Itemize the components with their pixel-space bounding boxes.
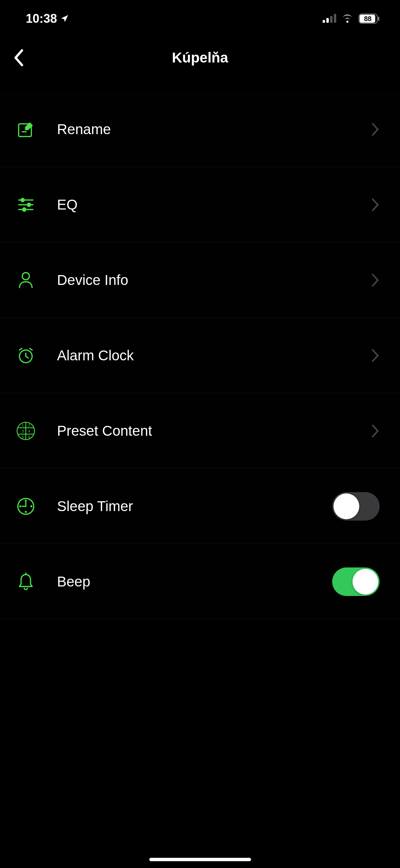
svg-text:6: 6 (28, 435, 30, 439)
alarm-clock-icon (16, 346, 45, 365)
svg-text:2: 2 (28, 423, 30, 427)
toggle-knob (334, 493, 359, 519)
row-trailing (371, 424, 380, 438)
svg-point-13 (27, 203, 31, 206)
chevron-right-icon (371, 273, 380, 287)
svg-line-19 (26, 356, 28, 358)
svg-point-16 (22, 272, 30, 279)
row-alarm-clock[interactable]: Alarm Clock (0, 318, 400, 393)
svg-rect-3 (334, 14, 336, 23)
svg-text:88: 88 (364, 15, 372, 22)
home-indicator[interactable] (149, 858, 251, 861)
toggle-knob (353, 569, 378, 595)
status-bar: 10:38 88 (0, 0, 400, 37)
row-rename[interactable]: Rename (0, 92, 400, 167)
row-device-info[interactable]: Device Info (0, 242, 400, 318)
row-label: EQ (57, 197, 371, 213)
nav-header: Kúpelňa (0, 37, 400, 78)
row-trailing (371, 273, 380, 287)
row-label: Preset Content (57, 423, 371, 439)
row-eq[interactable]: EQ (0, 167, 400, 242)
row-trailing (332, 492, 380, 521)
beep-toggle[interactable] (332, 567, 380, 596)
row-trailing (371, 122, 380, 137)
row-sleep-timer: Sleep Timer (0, 469, 400, 544)
status-time-area: 10:38 (26, 12, 69, 26)
row-label: Beep (57, 574, 332, 590)
cellular-icon (323, 13, 336, 24)
battery-indicator: 88 (359, 14, 380, 24)
svg-rect-1 (326, 18, 329, 23)
svg-point-15 (23, 208, 26, 211)
user-icon (16, 271, 45, 290)
page-title: Kúpelňa (172, 50, 228, 66)
row-trailing (371, 348, 380, 363)
sleep-timer-toggle[interactable] (332, 492, 380, 521)
svg-point-38 (20, 506, 21, 506)
svg-rect-2 (330, 16, 332, 23)
row-preset-content[interactable]: 1 2 3 4 5 6 Preset Content (0, 393, 400, 469)
chevron-right-icon (371, 122, 380, 137)
status-indicators: 88 (323, 13, 380, 24)
settings-list: Rename EQ Dev (0, 92, 400, 619)
row-label: Alarm Clock (57, 347, 371, 364)
row-label: Device Info (57, 272, 371, 288)
svg-text:1: 1 (22, 423, 24, 427)
svg-text:3: 3 (22, 429, 24, 433)
row-trailing (371, 198, 380, 212)
preset-grid-icon: 1 2 3 4 5 6 (16, 421, 45, 440)
svg-text:4: 4 (28, 429, 30, 433)
row-beep: Beep (0, 544, 400, 619)
back-button[interactable] (8, 48, 28, 68)
svg-point-36 (31, 506, 32, 506)
wifi-icon (341, 13, 354, 24)
location-icon (60, 12, 69, 26)
svg-line-20 (19, 348, 22, 350)
chevron-right-icon (371, 198, 380, 212)
svg-text:5: 5 (22, 435, 24, 439)
chevron-right-icon (371, 348, 380, 363)
svg-point-37 (25, 511, 26, 512)
svg-rect-6 (378, 17, 379, 21)
row-label: Sleep Timer (57, 498, 332, 514)
rename-icon (16, 120, 45, 139)
clock-icon (16, 497, 45, 516)
eq-icon (16, 195, 45, 214)
status-time: 10:38 (26, 12, 57, 26)
svg-rect-0 (323, 20, 325, 23)
svg-point-35 (25, 500, 26, 501)
svg-line-21 (30, 348, 32, 350)
chevron-right-icon (371, 424, 380, 438)
bell-icon (16, 572, 45, 591)
svg-point-11 (21, 198, 24, 201)
row-trailing (332, 567, 380, 596)
row-label: Rename (57, 121, 371, 138)
chevron-left-icon (12, 49, 24, 67)
